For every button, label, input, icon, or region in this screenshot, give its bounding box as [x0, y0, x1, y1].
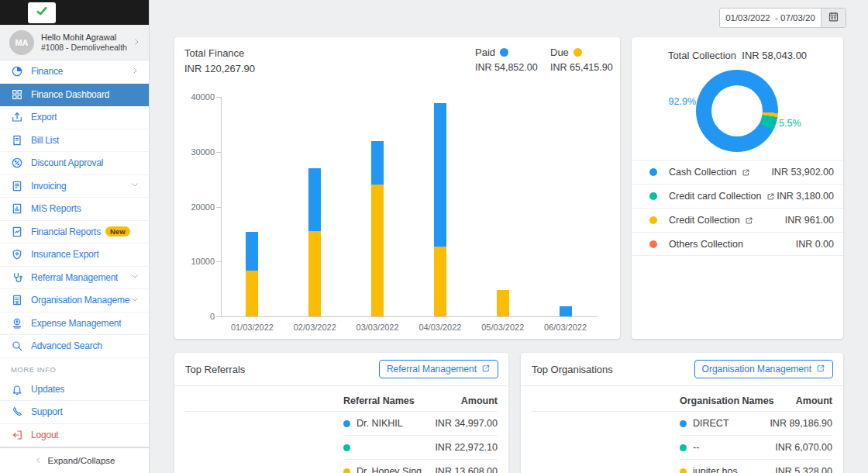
sidebar-item-label: Logout	[31, 430, 59, 440]
external-link-icon[interactable]	[745, 216, 753, 225]
sidebar-item-advanced-search[interactable]: Advanced Search	[0, 335, 149, 358]
series-dot	[680, 444, 687, 451]
x-axis-tick-label: 06/03/2022	[533, 323, 598, 332]
sidebar-item-updates[interactable]: Updates	[0, 378, 149, 402]
sidebar-item-mis-reports[interactable]: MIS Reports	[0, 198, 149, 221]
series-dot	[680, 420, 687, 427]
x-axis-tick-label: 04/03/2022	[408, 323, 473, 332]
collection-donut-chart[interactable]	[696, 70, 778, 152]
total-collection-panel: Total Collection INR 58,043.00 92.9% 5.5…	[632, 37, 843, 339]
expense-icon	[11, 317, 23, 330]
table-row: Dr. NIKHILINR 34,997.00	[343, 412, 498, 436]
bar-segment-due[interactable]	[246, 271, 258, 316]
collection-title: Total Collection INR 58,043.00	[632, 50, 843, 61]
sidebar-item-label: Financial Reports	[31, 226, 101, 237]
series-dot	[649, 216, 657, 224]
collection-total: INR 58,043.00	[742, 50, 807, 61]
sidebar-item-financial-reports[interactable]: Financial ReportsNew	[0, 221, 149, 244]
app-logo[interactable]	[28, 2, 56, 23]
collection-legend-row: Credit CollectionINR 961.00	[632, 208, 843, 232]
y-axis-tick-label: 20000	[181, 202, 215, 212]
bar-segment-paid[interactable]	[560, 306, 572, 316]
sidebar-item-label: Support	[31, 406, 63, 417]
row-amount: INR 22,972.10	[435, 442, 498, 453]
chevron-right-icon	[132, 36, 141, 50]
organisations-title: Top Organisations	[532, 364, 613, 375]
external-link-icon[interactable]	[766, 192, 775, 201]
row-name: --	[693, 442, 699, 453]
sidebar-item-label: Bill List	[31, 135, 59, 146]
y-axis-tick-label: 30000	[181, 147, 215, 157]
expand-collapse-button[interactable]: Expand/Collapse	[0, 447, 149, 473]
sidebar-item-label: Finance Dashboard	[31, 89, 109, 100]
bell-icon	[11, 383, 23, 395]
sidebar-item-support[interactable]: Support	[0, 401, 149, 424]
divider	[174, 385, 508, 386]
sidebar-item-label: Export	[31, 112, 57, 123]
chevron-down-icon	[130, 180, 140, 192]
sidebar-item-label: Insurance Export	[31, 249, 99, 260]
legend-amount: INR 3,180.00	[777, 191, 834, 202]
series-dot	[680, 468, 687, 473]
legend-amount: INR 0.00	[796, 239, 834, 250]
sidebar-item-logout[interactable]: Logout	[0, 424, 149, 447]
sidebar-item-insurance-export[interactable]: Insurance Export	[0, 243, 149, 267]
series-dot	[649, 192, 657, 200]
y-axis-tick-label: 10000	[181, 257, 215, 266]
bar-segment-paid[interactable]	[308, 168, 321, 231]
external-link-icon[interactable]	[742, 168, 750, 177]
donut-creditcard-percent-label: 5.5%	[779, 118, 801, 129]
date-range-input[interactable]: 01/03/2022 - 07/03/20	[720, 9, 821, 27]
y-axis-line	[221, 97, 222, 316]
sidebar-item-finance[interactable]: Finance	[0, 60, 149, 84]
collection-legend-row: Others CollectionINR 0.00	[632, 232, 843, 256]
row-name: DIRECT	[693, 418, 729, 429]
bar-segment-due[interactable]	[434, 247, 446, 316]
sidebar-item-label: Advanced Search	[31, 340, 102, 351]
date-range-picker: 01/03/2022 - 07/03/20	[719, 8, 846, 28]
legend-label: Cash Collection	[669, 167, 737, 178]
user-card[interactable]: MA Hello Mohit Agrawal #1008 - Demoliveh…	[0, 25, 149, 60]
legend-label: Credit Collection	[669, 215, 740, 226]
chevron-down-icon	[130, 295, 140, 306]
user-org: #1008 - Demolivehealth	[41, 43, 132, 53]
row-amount: INR 6,070.00	[775, 442, 832, 453]
referral-management-button[interactable]: Referral Management	[379, 360, 498, 378]
sidebar-item-label: Expense Management	[31, 318, 121, 329]
collection-legend-row: Credit card CollectionINR 3,180.00	[632, 184, 843, 208]
bar-segment-paid[interactable]	[246, 232, 258, 271]
organisations-rows: DIRECTINR 89,186.90--INR 6,070.00jupiter…	[680, 412, 832, 473]
legend-label: Credit card Collection	[669, 191, 762, 202]
sidebar: MA Hello Mohit Agrawal #1008 - Demoliveh…	[0, 0, 150, 473]
bar-segment-due[interactable]	[308, 231, 321, 316]
phone-icon	[11, 406, 23, 418]
collection-legend: Cash CollectionINR 53,902.00Credit card …	[632, 160, 843, 256]
referrals-rows: Dr. NIKHILINR 34,997.00INR 22,972.10Dr. …	[343, 412, 498, 473]
calendar-button[interactable]	[821, 9, 846, 27]
x-axis-tick-label: 03/03/2022	[345, 323, 410, 332]
mis-icon	[11, 202, 23, 215]
bar-segment-due[interactable]	[371, 185, 384, 316]
bar-segment-paid[interactable]	[371, 141, 384, 185]
sidebar-item-bill-list[interactable]: Bill List	[0, 129, 149, 153]
sidebar-item-invoicing[interactable]: Invoicing	[0, 175, 149, 199]
row-name: Dr. NIKHIL	[356, 418, 403, 429]
organisation-management-button[interactable]: Organisation Management	[694, 360, 833, 378]
sidebar-item-organisation-management[interactable]: Organisation Management	[0, 289, 149, 312]
legend-amount: INR 961.00	[785, 215, 834, 226]
legend-label: Others Collection	[669, 239, 743, 250]
sidebar-item-expense-management[interactable]: Expense Management	[0, 312, 149, 336]
sidebar-item-discount-approval[interactable]: Discount Approval	[0, 152, 149, 175]
bill-icon	[11, 134, 23, 147]
sidebar-item-finance-dashboard[interactable]: Finance Dashboard	[0, 84, 149, 107]
sidebar-item-label: Invoicing	[31, 181, 67, 192]
sidebar-item-export[interactable]: Export	[0, 106, 149, 129]
sidebar-item-label: Discount Approval	[31, 157, 103, 168]
bar-segment-paid[interactable]	[434, 103, 446, 247]
bar-segment-due[interactable]	[497, 290, 509, 316]
row-amount: INR 89,186.90	[770, 418, 832, 429]
sidebar-item-label: Referral Management	[31, 272, 118, 283]
avatar: MA	[9, 30, 34, 55]
sidebar-item-referral-management[interactable]: Referral Management	[0, 267, 149, 290]
external-link-icon	[481, 364, 491, 375]
